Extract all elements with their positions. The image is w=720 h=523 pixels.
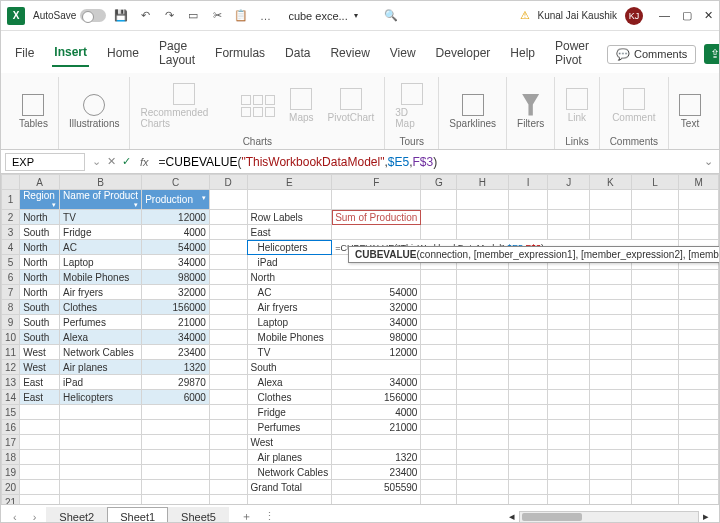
cell[interactable] [20,495,60,505]
cell[interactable]: North [20,240,60,255]
cell[interactable]: West [20,345,60,360]
tab-power-pivot[interactable]: Power Pivot [553,35,591,73]
cell[interactable]: AC [247,285,332,300]
cell[interactable]: 156000 [332,390,421,405]
cell[interactable] [209,465,247,480]
cell[interactable] [457,270,509,285]
tabs-menu-icon[interactable]: ⋮ [264,510,275,523]
cell[interactable] [590,390,632,405]
cell[interactable] [209,405,247,420]
col-header[interactable]: M [679,175,719,190]
cell[interactable] [679,285,719,300]
cell[interactable] [209,210,247,225]
cell[interactable] [631,495,679,505]
row-header[interactable]: 16 [2,420,20,435]
cell[interactable] [332,225,421,240]
cell[interactable] [508,465,548,480]
cell[interactable]: 156000 [142,300,210,315]
cell[interactable] [631,190,679,210]
cell[interactable] [548,435,590,450]
cell[interactable]: North [247,270,332,285]
cell[interactable] [60,435,142,450]
cell[interactable] [590,465,632,480]
share-button[interactable]: ⇪▾ [704,44,720,64]
cell[interactable]: 34000 [332,315,421,330]
cell[interactable] [457,345,509,360]
cell[interactable]: 98000 [142,270,210,285]
cell[interactable] [421,405,457,420]
add-sheet-button[interactable]: ＋ [233,506,260,523]
sheet-tab[interactable]: Sheet2 [46,507,107,524]
cell[interactable] [60,405,142,420]
cell[interactable] [508,405,548,420]
cell[interactable] [142,480,210,495]
cell[interactable]: Laptop [60,255,142,270]
cell[interactable] [209,480,247,495]
cell[interactable]: Name of Product▾ [60,190,142,210]
cell[interactable] [457,330,509,345]
save-icon[interactable]: 💾 [114,9,128,23]
cell[interactable] [209,390,247,405]
cell[interactable] [457,465,509,480]
cell[interactable] [209,375,247,390]
cell[interactable] [142,465,210,480]
tab-data[interactable]: Data [283,42,312,66]
horizontal-scrollbar[interactable]: ◂▸ [279,510,713,523]
cell[interactable] [209,190,247,210]
cell[interactable]: 29870 [142,375,210,390]
cell[interactable] [142,405,210,420]
cell[interactable] [209,420,247,435]
cell[interactable] [631,300,679,315]
close-icon[interactable]: ✕ [704,9,713,22]
cell[interactable] [332,360,421,375]
cell[interactable] [421,420,457,435]
cell[interactable] [548,360,590,375]
cell[interactable] [457,480,509,495]
cell[interactable] [209,240,247,255]
cell[interactable]: Fridge [247,405,332,420]
cell[interactable]: TV [60,210,142,225]
cell[interactable]: West [20,360,60,375]
cell[interactable] [421,495,457,505]
cell[interactable] [679,315,719,330]
cell[interactable]: Mobile Phones [60,270,142,285]
cell[interactable] [679,420,719,435]
cell[interactable] [548,420,590,435]
cell[interactable] [209,450,247,465]
cell[interactable] [457,210,509,225]
cell[interactable] [548,330,590,345]
row-header[interactable]: 14 [2,390,20,405]
cell[interactable]: East [20,375,60,390]
cell[interactable] [421,465,457,480]
cell[interactable]: North [20,270,60,285]
cell[interactable] [631,360,679,375]
row-header[interactable]: 17 [2,435,20,450]
cell[interactable] [209,285,247,300]
cell[interactable]: Fridge [60,225,142,240]
tab-insert[interactable]: Insert [52,41,89,67]
cell[interactable]: Clothes [60,300,142,315]
cell[interactable] [209,225,247,240]
cell[interactable] [20,450,60,465]
tab-developer[interactable]: Developer [434,42,493,66]
cell[interactable] [508,435,548,450]
cell[interactable] [457,225,509,240]
cell[interactable]: South [20,225,60,240]
tab-home[interactable]: Home [105,42,141,66]
row-header[interactable]: 7 [2,285,20,300]
cell[interactable] [548,465,590,480]
cell[interactable] [20,435,60,450]
row-header[interactable]: 18 [2,450,20,465]
filters-button[interactable]: Filters [517,94,544,129]
cell[interactable] [508,285,548,300]
cell[interactable] [548,480,590,495]
cell[interactable] [631,345,679,360]
cell[interactable] [548,285,590,300]
cell[interactable] [421,435,457,450]
cell[interactable]: South [247,360,332,375]
cell[interactable] [631,435,679,450]
cell[interactable] [508,315,548,330]
cell[interactable] [590,330,632,345]
row-header[interactable]: 1 [2,190,20,210]
cell[interactable] [679,190,719,210]
